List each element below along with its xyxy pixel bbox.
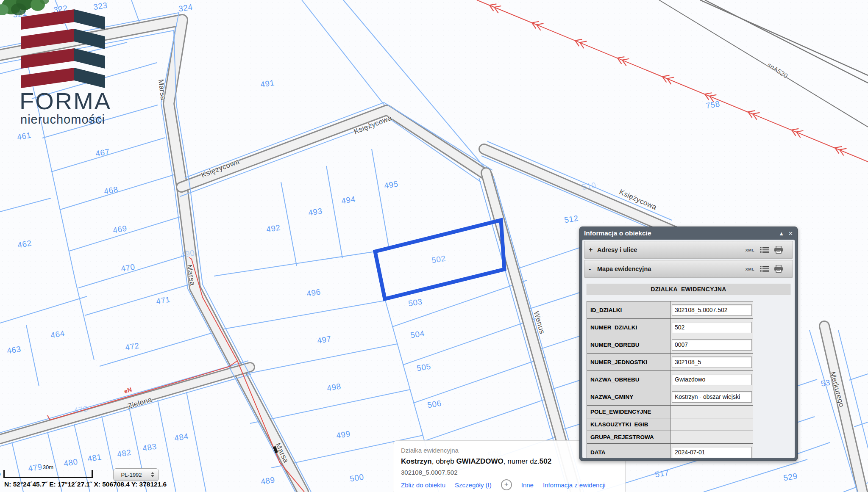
panel-close-icon[interactable]: ✕	[788, 230, 793, 237]
attribute-value-input[interactable]: Kostrzyn - obszar wiejski	[672, 391, 752, 403]
parcel-label-496: 496	[306, 287, 321, 299]
attribute-value-cell: Gwiazdowo	[670, 371, 753, 388]
popup-title-part: GWIAZDOWO	[456, 457, 503, 465]
attribute-value-cell: Kostrzyn - obszar wiejski	[670, 388, 753, 405]
parcel-label-506: 506	[427, 399, 442, 410]
projection-select[interactable]: PL-1992	[113, 468, 159, 481]
popup-link-inne[interactable]: Inne	[521, 481, 534, 489]
panel-collapse-icon[interactable]: ▲	[779, 230, 784, 237]
parcel-label-498: 498	[326, 382, 342, 393]
xml-export-button[interactable]: XML	[745, 248, 754, 252]
coordinates-readout: N: 52°24´45.7˝ E: 17°12´27.1˝ X: 506708.…	[4, 481, 167, 488]
parcel-label-517: 517	[654, 468, 670, 480]
parcel-label-324: 324	[178, 3, 193, 14]
attribute-row-pole_ewidencyjne: POLE_EWIDENCYJNE	[587, 406, 753, 418]
street-label-sna520: snA520	[766, 61, 789, 80]
attribute-row-data: DATA2024-07-01	[587, 444, 753, 458]
forma-logo: FORMA nieruchomości	[17, 3, 119, 126]
attribute-row-numer_jednostki: NUMER_JEDNOSTKI302108_5	[587, 354, 753, 371]
parcel-label-483: 483	[142, 442, 157, 453]
popup-title-part: , obręb	[432, 457, 456, 465]
attribute-key: NUMER_OBREBU	[587, 336, 670, 353]
accordion-section-adresy-i-ulice[interactable]: +Adresy i uliceXML	[584, 241, 793, 259]
panel-titlebar[interactable]: Informacja o obiekcie ▲ ✕	[580, 227, 797, 240]
feature-class-header: DZIALKA_EWIDENCYJNA	[587, 284, 790, 295]
attribute-key: NAZWA_OBREBU	[587, 371, 670, 388]
street-label-en: eN	[123, 386, 133, 395]
street-label-marsa: Marsa	[185, 264, 197, 286]
parcel-label-505: 505	[416, 362, 431, 373]
popup-link-informacja-z-ewidencji[interactable]: Informacja z ewidencji	[543, 481, 606, 489]
parcel-label-469: 469	[112, 224, 128, 235]
parcel-label-53: 53	[820, 378, 831, 388]
parcel-label-467: 467	[95, 147, 110, 159]
parcel-label-489: 489	[260, 475, 275, 487]
select-arrows-icon	[149, 472, 156, 477]
attribute-value-cell: 302108_5	[670, 354, 753, 370]
attribute-key: POLE_EWIDENCYJNE	[587, 406, 670, 418]
parcel-label-504: 504	[410, 329, 425, 340]
parcel-label-503: 503	[408, 297, 423, 309]
attribute-key: DATA	[587, 444, 670, 458]
parcel-label-495: 495	[384, 180, 399, 191]
attribute-list-icon[interactable]	[760, 246, 769, 253]
parcel-label-493: 493	[308, 207, 323, 218]
attribute-value-cell: 0007	[670, 336, 753, 353]
popup-title-part: 502	[540, 457, 551, 465]
attribute-row-nazwa_gminy: NAZWA_GMINYKostrzyn - obszar wiejski	[587, 388, 753, 406]
attribute-value-cell: 502	[670, 319, 753, 336]
xml-export-button[interactable]: XML	[745, 267, 754, 271]
expand-collapse-icon[interactable]: -	[589, 265, 597, 273]
attribute-table: ID_DZIALKI302108_5.0007.502NUMER_DZIALKI…	[587, 301, 753, 458]
attribute-value-input[interactable]: 302108_5.0007.502	[672, 304, 752, 316]
attribute-list-icon[interactable]	[760, 265, 769, 272]
parcel-label-473: 473	[73, 404, 89, 416]
popup-link-zbliż-do-obiektu[interactable]: Zbliż do obiektu	[401, 481, 445, 489]
street-label-wenus: Wenus	[532, 310, 546, 335]
scale-bar-label: 30m	[5, 464, 92, 470]
attribute-key: KLASOUZYTKI_EGIB	[587, 418, 670, 431]
street-label-merkurego: Merkurego	[828, 371, 846, 408]
parcel-label-481: 481	[87, 453, 102, 464]
parcel-label-529: 529	[783, 472, 798, 483]
parcel-label-462: 462	[17, 239, 32, 250]
attribute-row-klasouzytki_egib: KLASOUZYTKI_EGIB	[587, 418, 753, 431]
zoom-plus-icon[interactable]: +	[501, 479, 512, 490]
street-label-księżycowa: Księżycowa	[618, 188, 658, 212]
street-label-marsa: Marsa	[273, 442, 290, 464]
parcel-label-470: 470	[120, 263, 136, 274]
popup-link-szczegóły-i-[interactable]: Szczegóły (I)	[455, 481, 492, 489]
parcel-label-497: 497	[317, 334, 332, 346]
section-label: Mapa ewidencyjna	[597, 265, 745, 272]
print-icon[interactable]	[774, 246, 783, 254]
accordion-section-mapa-ewidencyjna[interactable]: -Mapa ewidencyjnaXML	[584, 260, 793, 278]
parcel-label-512: 512	[564, 214, 579, 225]
attribute-value-cell	[670, 418, 753, 431]
attribute-key: ID_DZIALKI	[587, 301, 670, 318]
parcel-label-494: 494	[341, 195, 356, 206]
expand-collapse-icon[interactable]: +	[589, 246, 597, 254]
attribute-value-input[interactable]: 502	[672, 322, 752, 333]
street-label-księżycowa: Księżycowa	[200, 158, 241, 180]
parcel-label-471: 471	[156, 295, 171, 307]
forma-building-icon	[17, 3, 119, 88]
parcel-label-463: 463	[6, 345, 22, 356]
attribute-row-grupa_rejestrowa: GRUPA_REJESTROWA	[587, 431, 753, 444]
attribute-key: NAZWA_GMINY	[587, 388, 670, 405]
logo-subtitle: nieruchomości	[20, 113, 105, 127]
attribute-value-input[interactable]: Gwiazdowo	[672, 374, 752, 385]
attribute-key: GRUPA_REJESTROWA	[587, 431, 670, 443]
print-icon[interactable]	[774, 265, 783, 273]
attribute-value-input[interactable]: 302108_5	[672, 357, 752, 368]
parcel-label-482: 482	[117, 448, 132, 459]
attribute-value-cell	[670, 406, 753, 418]
popup-title-part: , numer dz.	[504, 457, 540, 465]
attribute-value-input[interactable]: 2024-07-01	[672, 447, 752, 458]
attribute-value-cell: 302108_5.0007.502	[670, 301, 753, 318]
attribute-value-cell	[670, 431, 753, 443]
parcel-label-468: 468	[103, 185, 119, 196]
attribute-value-input[interactable]: 0007	[672, 339, 752, 351]
attribute-row-numer_obrebu: NUMER_OBREBU0007	[587, 336, 753, 354]
object-info-panel: Informacja o obiekcie ▲ ✕ +Adresy i ulic…	[579, 227, 798, 461]
panel-body: +Adresy i uliceXML-Mapa ewidencyjnaXML D…	[582, 240, 795, 458]
